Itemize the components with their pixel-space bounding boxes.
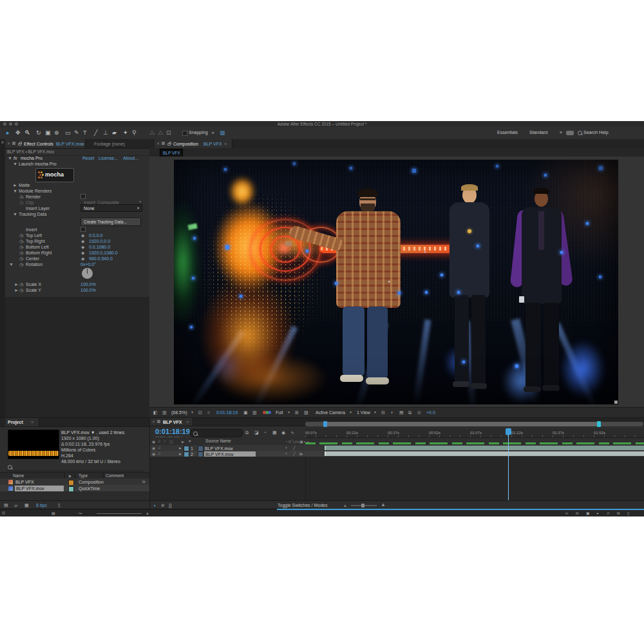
time-ruler[interactable]: 00:07s 00:22s 00:37s 00:52s 01:07s 01:22… bbox=[305, 428, 644, 438]
graph-editor-icon[interactable]: ∿ bbox=[290, 430, 294, 435]
chevron-down-icon[interactable]: ▼ bbox=[349, 411, 352, 414]
stopwatch-icon[interactable]: ◷ bbox=[19, 239, 23, 243]
video-column-icon[interactable]: ◉ bbox=[152, 439, 155, 444]
keyboard-icon[interactable]: ▤ bbox=[52, 511, 55, 515]
magnification-icon[interactable]: ▥ bbox=[162, 410, 167, 415]
toggle-switches-modes-button[interactable]: Toggle Switches / Modes bbox=[278, 503, 327, 507]
matte-expander[interactable]: ► bbox=[13, 183, 17, 187]
timeline-search-input[interactable] bbox=[190, 429, 243, 437]
mask-tool-icon[interactable]: ⧍ bbox=[158, 129, 163, 137]
snapshot-icon[interactable]: ▣ bbox=[243, 410, 248, 415]
close-tab-icon[interactable]: ✕ bbox=[152, 420, 155, 424]
keyframe-diamond-icon[interactable]: ◈ bbox=[81, 256, 84, 261]
scale-y-value[interactable]: 100.0% bbox=[80, 288, 96, 292]
resolution-select[interactable]: Full bbox=[276, 410, 283, 415]
zoom-in-mountain-icon[interactable]: ▲ bbox=[381, 502, 386, 507]
new-composition-icon[interactable]: ▦ bbox=[24, 503, 29, 507]
region-of-interest-icon[interactable]: ⊞ bbox=[295, 410, 299, 415]
timeline-tab-label[interactable]: BLP VFX bbox=[163, 420, 182, 424]
snapping-label[interactable]: Snapping bbox=[189, 130, 208, 135]
project-bit-depth[interactable]: 8 bpc bbox=[36, 503, 47, 507]
interpret-footage-icon[interactable]: ▤ bbox=[4, 503, 8, 507]
layer-fx-switch[interactable]: fx bbox=[299, 452, 303, 456]
stopwatch-icon[interactable]: ◷ bbox=[19, 262, 23, 267]
type-tool-icon[interactable]: T bbox=[83, 129, 87, 136]
lock-column-icon[interactable]: ▢ bbox=[169, 439, 173, 444]
project-tab[interactable]: Project ≡ bbox=[5, 418, 39, 426]
layer-visibility-icon[interactable]: ◉ bbox=[152, 451, 155, 456]
rotation-tool-icon[interactable]: ↻ bbox=[36, 129, 41, 136]
pen-tool-icon[interactable]: ✎ bbox=[74, 129, 79, 136]
item-name-selected[interactable]: BLP VFX.mov bbox=[15, 486, 64, 491]
viewer-timecode[interactable]: 0:01:18:19 bbox=[216, 410, 238, 415]
exposure-value[interactable]: +0.0 bbox=[426, 410, 435, 415]
navigator-start-handle[interactable] bbox=[323, 421, 327, 427]
navigator-end-handle[interactable] bbox=[597, 421, 601, 427]
item-name[interactable]: BLP VFX bbox=[15, 480, 34, 484]
timeline-button-icon[interactable]: ▤ bbox=[399, 410, 404, 415]
expand-inout-icon[interactable]: {} bbox=[169, 503, 172, 507]
insert-layer-dropdown[interactable]: None ▼ bbox=[80, 204, 142, 212]
layer-name[interactable]: BLP VFX.mov bbox=[205, 446, 233, 451]
launch-expander[interactable]: ▼ bbox=[13, 162, 17, 166]
align-tool-icon[interactable]: ⧍ bbox=[149, 129, 155, 137]
param-value[interactable]: 0.0,1080.0 bbox=[89, 245, 110, 249]
thumbnail-zoom-slider[interactable] bbox=[97, 513, 142, 514]
pan-behind-tool-icon[interactable]: ⊛ bbox=[54, 129, 59, 136]
composition-tab[interactable]: ✕ Composition BLP VFX ≡ bbox=[155, 139, 232, 148]
timeline-zoom-slider[interactable] bbox=[351, 505, 377, 506]
stopwatch-icon[interactable]: ◷ bbox=[19, 251, 23, 255]
snap-options-icon[interactable]: ⌖ bbox=[211, 129, 214, 137]
label-column-icon[interactable]: ◈ bbox=[181, 439, 184, 444]
create-tracking-data-button[interactable]: Create Tracking Data... bbox=[80, 218, 141, 226]
effect-controls-tab-label[interactable]: Effect Controls bbox=[24, 142, 53, 146]
switches-column-icons[interactable]: ◔⊙╲fx▦◐◒ bbox=[285, 439, 310, 444]
column-comment[interactable]: Comment bbox=[106, 474, 124, 478]
panel-menu-icon[interactable]: ≡ bbox=[186, 420, 189, 424]
playhead-line[interactable] bbox=[508, 435, 509, 500]
workspace-standard[interactable]: Standard bbox=[529, 130, 547, 135]
zoom-out-mountain-icon[interactable]: ▲ bbox=[343, 504, 347, 507]
always-preview-icon[interactable]: ◧ bbox=[153, 410, 158, 415]
layer-quality-slash-icon[interactable]: ╱ bbox=[293, 446, 296, 450]
panel-menu-icon[interactable]: ≡ bbox=[224, 142, 227, 146]
pixel-aspect-icon[interactable]: ⊟ bbox=[381, 410, 385, 415]
panel-menu-icon[interactable]: ≡ bbox=[80, 142, 83, 146]
layer-quality-slash-icon[interactable]: ╱ bbox=[293, 451, 296, 456]
scale-y-expander[interactable]: ► bbox=[14, 288, 19, 292]
new-item-icon[interactable]: ⧉ bbox=[617, 511, 620, 515]
close-tab-icon[interactable]: ✕ bbox=[7, 142, 10, 146]
dock-handle-icon[interactable] bbox=[2, 511, 5, 515]
effect-name[interactable]: mocha Pro bbox=[21, 156, 43, 160]
layer-audio-icon[interactable]: ♫ bbox=[158, 451, 161, 455]
lock-icon[interactable] bbox=[167, 143, 171, 146]
rotation-expander[interactable]: ▼ bbox=[9, 262, 14, 267]
new-folder-icon[interactable]: ▱ bbox=[14, 503, 17, 507]
mountain-icon[interactable]: ▲ bbox=[146, 511, 149, 515]
workspace-overflow[interactable]: » bbox=[560, 130, 562, 135]
zoom-tool-icon[interactable]: 🔍︎ bbox=[24, 129, 30, 136]
rotation-dial[interactable] bbox=[82, 268, 93, 279]
footage-info[interactable]: BLP VFX.mov ▼ , used 2 times bbox=[61, 430, 124, 435]
trash-icon[interactable]: ▯ bbox=[627, 511, 629, 515]
link-icon[interactable]: ∞ bbox=[565, 511, 568, 515]
stopwatch-icon[interactable]: ◷ bbox=[19, 194, 23, 199]
module-renders-group[interactable]: Module Renders bbox=[19, 189, 52, 193]
eraser-tool-icon[interactable]: ▰ bbox=[112, 129, 117, 136]
fx-icon[interactable]: fx bbox=[576, 511, 579, 515]
redo-arrow-icon[interactable]: ↪ bbox=[79, 511, 82, 515]
license-link[interactable]: License... bbox=[99, 156, 118, 160]
keyframe-diamond-icon[interactable]: ◈ bbox=[81, 233, 84, 238]
scale-x-expander[interactable]: ► bbox=[14, 282, 19, 287]
param-value[interactable]: 960.0,540.0 bbox=[89, 256, 113, 261]
timeline-tab[interactable]: ✕ BLP VFX ≡ bbox=[150, 418, 193, 426]
layer-duration-bar-selected[interactable] bbox=[325, 451, 644, 456]
fx-badge-icon[interactable]: fx bbox=[14, 156, 17, 160]
layer-duration-bar[interactable] bbox=[325, 446, 644, 450]
label-column-icon[interactable]: ◈ bbox=[68, 474, 71, 478]
stopwatch-icon[interactable]: ◷ bbox=[19, 245, 23, 249]
effect-expander[interactable]: ▼ bbox=[8, 156, 12, 160]
mocha-launch-button[interactable]: mocha bbox=[35, 168, 74, 182]
selection-tool-icon[interactable]: ▸ bbox=[6, 129, 10, 136]
layer-visibility-icon[interactable]: ◉ bbox=[152, 446, 155, 450]
